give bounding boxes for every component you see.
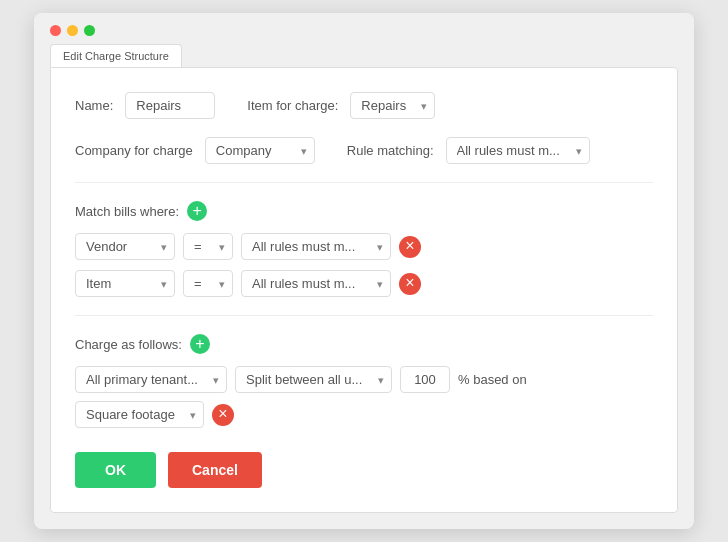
- vendor-field-wrapper: Vendor: [75, 233, 175, 260]
- vendor-rule-row: Vendor = All rules must m... ×: [75, 233, 653, 260]
- minimize-button[interactable]: [67, 25, 78, 36]
- basis-select[interactable]: Square footage: [75, 401, 204, 428]
- rule-matching-label: Rule matching:: [347, 143, 434, 158]
- split-select[interactable]: Split between all u...: [235, 366, 392, 393]
- match-bills-label-row: Match bills where: +: [75, 201, 653, 221]
- company-select-wrapper: Company: [205, 137, 315, 164]
- tab-bar: Edit Charge Structure: [34, 44, 694, 67]
- item-operator-wrapper: =: [183, 270, 233, 297]
- close-button[interactable]: [50, 25, 61, 36]
- company-for-charge-label: Company for charge: [75, 143, 193, 158]
- split-select-wrapper: Split between all u...: [235, 366, 392, 393]
- item-rule-row: Item = All rules must m... ×: [75, 270, 653, 297]
- cancel-button[interactable]: Cancel: [168, 452, 262, 488]
- item-field-select[interactable]: Item: [75, 270, 175, 297]
- name-label: Name:: [75, 98, 113, 113]
- charge-label-row: Charge as follows: +: [75, 334, 653, 354]
- remove-charge-rule-button[interactable]: ×: [212, 404, 234, 426]
- item-field-wrapper: Item: [75, 270, 175, 297]
- company-row: Company for charge Company Rule matching…: [75, 137, 653, 164]
- charge-rule-row: All primary tenant... Split between all …: [75, 366, 653, 428]
- tenant-select-wrapper: All primary tenant...: [75, 366, 227, 393]
- add-charge-rule-button[interactable]: +: [190, 334, 210, 354]
- vendor-field-select[interactable]: Vendor: [75, 233, 175, 260]
- pct-based-on-label: % based on: [458, 372, 527, 387]
- vendor-value-wrapper: All rules must m...: [241, 233, 391, 260]
- name-input[interactable]: [125, 92, 215, 119]
- remove-item-rule-button[interactable]: ×: [399, 273, 421, 295]
- item-for-charge-select-wrapper: Repairs: [350, 92, 435, 119]
- button-row: OK Cancel: [75, 452, 653, 488]
- item-operator-select[interactable]: =: [183, 270, 233, 297]
- vendor-value-select[interactable]: All rules must m...: [241, 233, 391, 260]
- maximize-button[interactable]: [84, 25, 95, 36]
- vendor-operator-wrapper: =: [183, 233, 233, 260]
- match-bills-section: Match bills where: + Vendor = All: [75, 201, 653, 297]
- ok-button[interactable]: OK: [75, 452, 156, 488]
- title-bar: [34, 13, 694, 44]
- name-row: Name: Item for charge: Repairs: [75, 92, 653, 119]
- rule-matching-select[interactable]: All rules must m...: [446, 137, 590, 164]
- item-value-select[interactable]: All rules must m...: [241, 270, 391, 297]
- charge-section: Charge as follows: + All primary tenant.…: [75, 334, 653, 428]
- form-content: Name: Item for charge: Repairs Company f…: [50, 67, 678, 513]
- tenant-select[interactable]: All primary tenant...: [75, 366, 227, 393]
- item-for-charge-label: Item for charge:: [247, 98, 338, 113]
- charge-as-label: Charge as follows:: [75, 337, 182, 352]
- rule-matching-select-wrapper: All rules must m...: [446, 137, 590, 164]
- match-bills-label: Match bills where:: [75, 204, 179, 219]
- basis-select-wrapper: Square footage: [75, 401, 204, 428]
- remove-vendor-rule-button[interactable]: ×: [399, 236, 421, 258]
- percentage-input[interactable]: [400, 366, 450, 393]
- divider-1: [75, 182, 653, 183]
- item-for-charge-select[interactable]: Repairs: [350, 92, 435, 119]
- company-select[interactable]: Company: [205, 137, 315, 164]
- main-window: Edit Charge Structure Name: Item for cha…: [34, 13, 694, 529]
- add-match-rule-button[interactable]: +: [187, 201, 207, 221]
- tab-edit-charge-structure[interactable]: Edit Charge Structure: [50, 44, 182, 67]
- item-value-wrapper: All rules must m...: [241, 270, 391, 297]
- divider-2: [75, 315, 653, 316]
- vendor-operator-select[interactable]: =: [183, 233, 233, 260]
